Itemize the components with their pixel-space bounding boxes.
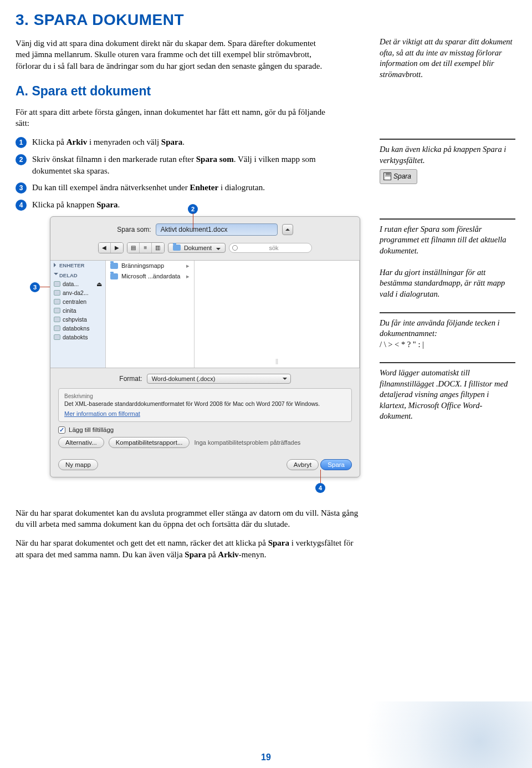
- sidenote-extension: Word lägger automatiskt till filnamnstil…: [380, 362, 515, 422]
- view-toggle[interactable]: ▤≡▥: [127, 242, 165, 253]
- callout-4: 4: [315, 483, 325, 493]
- search-input[interactable]: sök: [229, 243, 312, 253]
- new-folder-button[interactable]: Ny mapp: [58, 459, 98, 470]
- sidenote-toolbar: Du kan även klicka på knappen Spara i ve…: [380, 139, 515, 184]
- toolbar-save-example: Spara: [380, 169, 417, 184]
- add-extension-checkbox[interactable]: ✓Lägg till filtillägg: [58, 426, 352, 434]
- shared-item[interactable]: data...⏏: [50, 279, 105, 288]
- description-box: Beskrivning Det XML-baserade standarddok…: [58, 388, 352, 422]
- after-text-2: När du har sparat dokumentet och gett de…: [16, 537, 359, 560]
- folder-item[interactable]: Microsoft ...ändardata▸: [106, 271, 194, 282]
- intro-text: Vänj dig vid att spara dina dokument dir…: [16, 38, 326, 72]
- shared-item[interactable]: centralen: [50, 297, 105, 306]
- step-4: 4 Klicka på knappen Spara.: [16, 199, 326, 211]
- page-title: 3. SPARA DOKUMENT: [16, 11, 366, 29]
- format-dropdown[interactable]: Word-dokument (.docx): [147, 374, 291, 384]
- path-dropdown[interactable]: Dokument: [168, 243, 226, 253]
- step-number-2: 2: [16, 154, 27, 165]
- step-number-3: 3: [16, 182, 27, 194]
- after-text-1: När du har sparat dokumentet kan du avsl…: [16, 507, 359, 530]
- step-1: 1 Klicka på Arkiv i menyraden och välj S…: [16, 136, 326, 148]
- save-button[interactable]: Spara: [320, 459, 352, 470]
- step-number-1: 1: [16, 137, 27, 148]
- nav-back-forward[interactable]: ◀▶: [98, 242, 124, 253]
- shared-item[interactable]: anv-da2...: [50, 288, 105, 297]
- save-icon: [383, 172, 391, 180]
- devices-header[interactable]: ENHETER: [59, 262, 84, 268]
- shared-item[interactable]: databokns: [50, 324, 105, 333]
- step-number-4: 4: [16, 200, 27, 211]
- sidenote-important: Det är viktigt att du sparar ditt dokume…: [380, 35, 515, 80]
- collapse-button[interactable]: [282, 224, 293, 235]
- shared-header[interactable]: DELAD: [59, 272, 78, 278]
- folder-item[interactable]: Bränningsmapp▸: [106, 261, 194, 271]
- sidenote-forbidden-chars: Du får inte använda följande tecken i do…: [380, 312, 515, 350]
- shared-item[interactable]: cinita: [50, 306, 105, 315]
- lead-text: För att spara ditt arbete första gången,…: [16, 106, 326, 129]
- callout-3: 3: [30, 282, 40, 292]
- page-number: 19: [0, 752, 532, 762]
- shared-item[interactable]: databokts: [50, 333, 105, 342]
- folder-icon: [173, 245, 181, 251]
- step-3: 3 Du kan till exempel ändra nätverksenhe…: [16, 182, 326, 194]
- step-list: 1 Klicka på Arkiv i menyraden och välj S…: [16, 136, 366, 211]
- file-browser: ENHETER DELAD data...⏏ anv-da2... centra…: [50, 260, 360, 368]
- compat-button[interactable]: Kompatibilitetsrapport...: [109, 437, 190, 448]
- step-2: 2 Skriv önskat filnamn i den markerade r…: [16, 154, 326, 176]
- save-dialog: Spara som: Aktivt dokument1.docx ◀▶ ▤≡▥ …: [50, 216, 360, 477]
- saveas-label: Spara som:: [117, 226, 151, 233]
- format-label: Format:: [119, 375, 142, 383]
- compat-status: Inga kompatibilitetsproblem påträffades: [194, 439, 300, 446]
- saveas-field[interactable]: Aktivt dokument1.docx: [156, 223, 278, 236]
- cancel-button[interactable]: Avbryt: [287, 459, 319, 470]
- subheading: A. Spara ett dokument: [16, 84, 366, 99]
- options-button[interactable]: Alternativ...: [58, 437, 104, 448]
- fileformat-link[interactable]: Mer information om filformat: [64, 410, 140, 417]
- sidenote-filename: I rutan efter Spara som föreslår program…: [380, 218, 515, 300]
- shared-item[interactable]: cshpvista: [50, 315, 105, 324]
